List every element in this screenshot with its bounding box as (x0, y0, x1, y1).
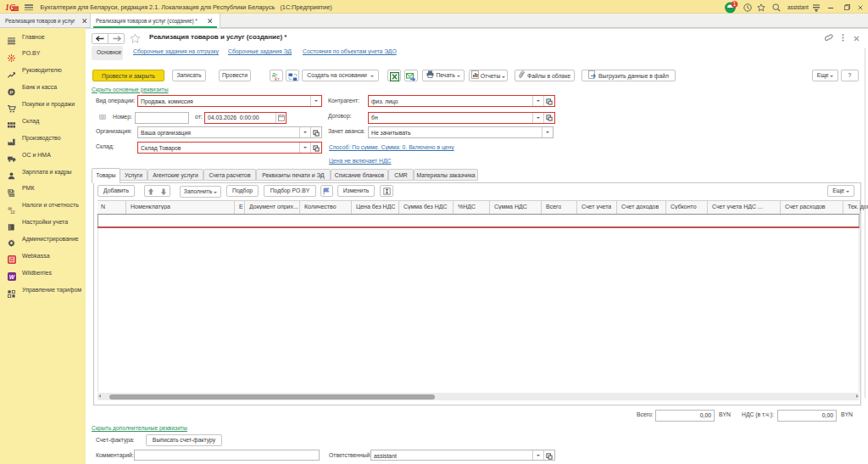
svg-text:Кт: Кт (275, 76, 280, 81)
svg-text:1: 1 (733, 1, 737, 7)
svg-text:W: W (9, 274, 15, 280)
svg-text:101: 101 (10, 210, 15, 213)
svg-text:P: P (9, 88, 13, 94)
